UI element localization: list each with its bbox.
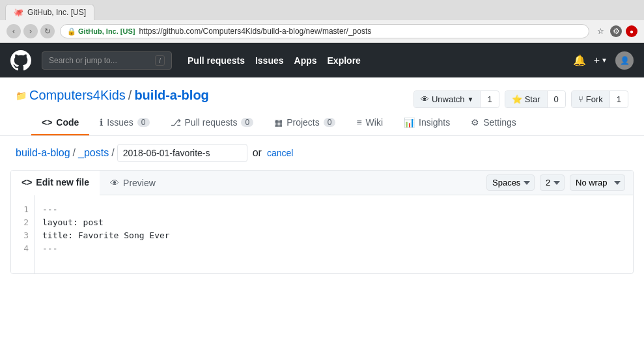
tab-code[interactable]: <> Code — [31, 111, 89, 135]
code-icon: <> — [42, 117, 52, 128]
extension-icon[interactable]: ⚙ — [610, 25, 622, 37]
line-num-2: 2 — [19, 216, 29, 229]
tab-projects-label: Projects — [287, 117, 320, 128]
editor-tab-edit[interactable]: <> Edit new file — [11, 171, 100, 195]
user-avatar[interactable]: 👤 — [615, 51, 634, 70]
projects-count: 0 — [324, 118, 336, 127]
editor-container: <> Edit new file 👁 Preview Spaces Tabs 2… — [10, 170, 634, 274]
tab-issues-label: Issues — [107, 117, 133, 128]
tab-insights-label: Insights — [419, 117, 450, 128]
nav-issues[interactable]: Issues — [255, 55, 284, 66]
tab-projects[interactable]: ▦ Projects 0 — [264, 111, 346, 135]
notifications-bell[interactable]: 🔔 — [573, 54, 586, 66]
tab-pr-label: Pull requests — [185, 117, 238, 128]
security-indicator: 🔒 GitHub, Inc. [US] — [67, 27, 135, 36]
tab-code-label: Code — [56, 117, 79, 128]
settings-icon: ⚙ — [471, 117, 479, 128]
url-bar-icons: ☆ ⚙ ● — [595, 25, 637, 37]
tab-insights[interactable]: 📊 Insights — [393, 111, 460, 135]
preview-tab-label: Preview — [123, 178, 156, 188]
new-button[interactable]: + ▼ — [594, 55, 608, 66]
nav-pull-requests[interactable]: Pull requests — [188, 55, 245, 66]
pr-icon: ⎇ — [171, 117, 181, 128]
editor-controls: Spaces Tabs 2 4 8 No wrap Soft wrap — [479, 171, 633, 195]
nav-apps[interactable]: Apps — [294, 55, 317, 66]
star-button[interactable]: ⭐ Star — [505, 91, 547, 107]
tab-settings[interactable]: ⚙ Settings — [460, 111, 527, 135]
unwatch-count: 1 — [480, 91, 498, 107]
tab-issues[interactable]: ℹ Issues 0 — [89, 111, 160, 135]
tab-pull-requests[interactable]: ⎇ Pull requests 0 — [160, 111, 264, 135]
editor-header: <> Edit new file 👁 Preview Spaces Tabs 2… — [11, 171, 633, 195]
breadcrumb-folder-link[interactable]: _posts — [78, 147, 109, 159]
browser-address-bar: ‹ › ↻ 🔒 GitHub, Inc. [US] https://github… — [0, 20, 644, 42]
octocat-icon — [10, 50, 31, 71]
preview-icon: 👁 — [110, 178, 119, 188]
issues-icon: ℹ — [100, 117, 103, 128]
nav-links: Pull requests Issues Apps Explore — [188, 55, 361, 66]
star-label: Star — [525, 94, 540, 104]
filename-input[interactable] — [117, 144, 247, 162]
fork-button[interactable]: ⑂ Fork — [572, 91, 609, 107]
browser-tab-bar: 🐙 GitHub, Inc. [US] — [0, 0, 644, 20]
cancel-link[interactable]: cancel — [267, 148, 293, 158]
search-box[interactable]: Search or jump to... / — [42, 51, 172, 70]
editor-tab-preview[interactable]: 👁 Preview — [100, 171, 166, 195]
wiki-icon: ≡ — [356, 117, 361, 128]
back-button[interactable]: ‹ — [7, 24, 21, 38]
nav-explore[interactable]: Explore — [328, 55, 361, 66]
url-bar[interactable]: 🔒 GitHub, Inc. [US] https://github.com/C… — [60, 24, 589, 38]
url-text: https://github.com/Computers4Kids/build-… — [139, 27, 371, 36]
repo-header-inner: 📁 Computers4Kids / build-a-blog 👁 Unwatc… — [16, 88, 628, 135]
title-separator: / — [128, 88, 132, 103]
nav-right: 🔔 + ▼ 👤 — [573, 51, 634, 70]
profile-icon[interactable]: ● — [626, 25, 637, 37]
browser-tab[interactable]: 🐙 GitHub, Inc. [US] — [5, 4, 94, 20]
repo-header: 📁 Computers4Kids / build-a-blog 👁 Unwatc… — [0, 77, 644, 136]
issues-count: 0 — [137, 118, 150, 127]
breadcrumb-sep1: / — [73, 147, 76, 159]
repo-name-link[interactable]: build-a-blog — [134, 88, 208, 103]
breadcrumb-actions: or cancel — [253, 147, 294, 159]
code-editor[interactable]: --- layout: post title: Favorite Song Ev… — [35, 195, 633, 273]
star-count: 0 — [547, 91, 565, 107]
dropdown-arrow: ▼ — [601, 57, 608, 64]
github-logo[interactable] — [10, 50, 31, 71]
unwatch-dropdown-icon: ▼ — [468, 96, 474, 103]
bookmark-icon[interactable]: ☆ — [595, 25, 606, 37]
fork-label: Fork — [586, 94, 603, 104]
breadcrumb: build-a-blog / _posts / or cancel — [0, 136, 644, 170]
fork-count: 1 — [609, 91, 628, 107]
search-placeholder: Search or jump to... — [49, 56, 117, 65]
line-numbers: 1 2 3 4 — [11, 195, 35, 273]
pr-count: 0 — [241, 118, 253, 127]
wrap-select[interactable]: No wrap Soft wrap — [570, 174, 625, 191]
repo-owner-link[interactable]: Computers4Kids — [29, 88, 126, 103]
or-text: or — [253, 147, 262, 159]
insights-icon: 📊 — [404, 117, 415, 128]
indent-select[interactable]: 2 4 8 — [540, 174, 565, 191]
spaces-select[interactable]: Spaces Tabs — [486, 174, 535, 191]
nav-buttons: ‹ › ↻ — [7, 24, 55, 38]
slash-shortcut: / — [155, 55, 165, 66]
tab-favicon: 🐙 — [14, 8, 23, 17]
unwatch-button[interactable]: 👁 Unwatch ▼ — [414, 91, 480, 107]
reload-button[interactable]: ↻ — [40, 24, 55, 38]
breadcrumb-repo-link[interactable]: build-a-blog — [16, 147, 70, 159]
star-group: ⭐ Star 0 — [505, 90, 566, 108]
repo-title: 📁 Computers4Kids / build-a-blog — [16, 88, 209, 103]
tab-wiki[interactable]: ≡ Wiki — [346, 111, 393, 135]
repo-tabs: <> Code ℹ Issues 0 ⎇ Pull requests 0 ▦ P… — [16, 111, 628, 135]
repo-actions: 👁 Unwatch ▼ 1 ⭐ Star 0 ⑂ Fo — [411, 90, 628, 108]
forward-button[interactable]: › — [23, 24, 38, 38]
line-num-1: 1 — [19, 203, 29, 216]
tab-settings-label: Settings — [483, 117, 516, 128]
projects-icon: ▦ — [274, 117, 283, 128]
browser-chrome: 🐙 GitHub, Inc. [US] ‹ › ↻ 🔒 GitHub, Inc.… — [0, 0, 644, 43]
line-num-4: 4 — [19, 242, 29, 255]
breadcrumb-sep2: / — [111, 147, 114, 159]
edit-icon: <> — [21, 177, 32, 187]
fork-group: ⑂ Fork 1 — [571, 90, 628, 108]
tab-wiki-label: Wiki — [366, 117, 383, 128]
edit-tab-label: Edit new file — [36, 177, 89, 187]
